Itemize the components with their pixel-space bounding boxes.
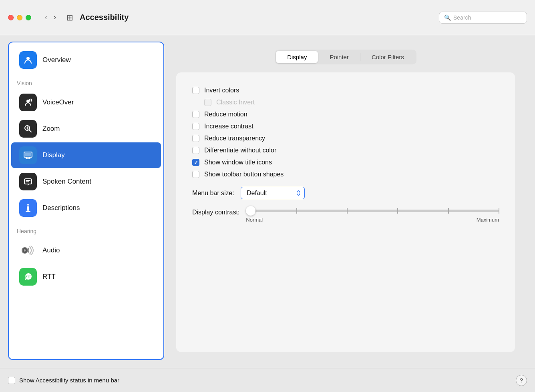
menu-bar-select-wrapper: Default Small Medium Large ⇕ bbox=[241, 187, 305, 199]
sidebar-item-audio[interactable]: Audio bbox=[11, 238, 161, 263]
svg-rect-5 bbox=[22, 123, 34, 134]
help-button[interactable]: ? bbox=[516, 375, 527, 386]
menu-bar-size-label: Menu bar size: bbox=[192, 190, 234, 197]
svg-rect-16 bbox=[25, 153, 31, 156]
tab-color-filters[interactable]: Color Filters bbox=[360, 51, 415, 63]
show-window-icons-label: Show window title icons bbox=[204, 159, 272, 166]
zoom-label: Zoom bbox=[42, 125, 60, 133]
svg-point-25 bbox=[24, 249, 26, 252]
overview-label: Overview bbox=[42, 56, 71, 64]
menu-bar-size-row: Menu bar size: Default Small Medium Larg… bbox=[192, 180, 499, 202]
spoken-label: Spoken Content bbox=[42, 178, 91, 186]
audio-icon bbox=[19, 242, 37, 259]
slider-tick-1 bbox=[296, 208, 297, 214]
reduce-motion-label: Reduce motion bbox=[204, 111, 247, 118]
checkmark-icon: ✓ bbox=[194, 160, 198, 166]
rtt-label: RTT bbox=[42, 273, 56, 281]
page-title: Accessibility bbox=[80, 13, 432, 22]
main-content: Overview Vision VoiceOver bbox=[0, 35, 535, 368]
sidebar: Overview Vision VoiceOver bbox=[8, 42, 164, 360]
show-toolbar-checkbox[interactable] bbox=[192, 171, 199, 178]
svg-rect-22 bbox=[26, 211, 30, 212]
search-input[interactable] bbox=[453, 14, 517, 21]
sidebar-item-descriptions[interactable]: Descriptions bbox=[11, 195, 161, 221]
tab-bar: Display Pointer Color Filters bbox=[275, 50, 416, 64]
section-hearing: Hearing bbox=[9, 222, 163, 237]
close-button[interactable] bbox=[8, 15, 14, 20]
invert-colors-label: Invert colors bbox=[204, 87, 239, 94]
show-window-icons-row: ✓ Show window title icons bbox=[192, 156, 499, 168]
slider-normal-label: Normal bbox=[246, 217, 263, 223]
voiceover-label: VoiceOver bbox=[42, 98, 74, 106]
titlebar: ‹ › ⊞ Accessibility 🔍 bbox=[0, 0, 535, 35]
descriptions-icon bbox=[19, 199, 37, 217]
spoken-icon bbox=[19, 173, 37, 190]
sidebar-item-rtt[interactable]: RTT RTT bbox=[11, 264, 161, 290]
reduce-transparency-row: Reduce transparency bbox=[192, 132, 499, 144]
slider-maximum-label: Maximum bbox=[477, 217, 499, 223]
invert-colors-checkbox[interactable] bbox=[192, 87, 199, 94]
menu-bar-select[interactable]: Default Small Medium Large bbox=[241, 187, 305, 199]
section-vision: Vision bbox=[9, 74, 163, 89]
differentiate-row: Differentiate without color bbox=[192, 144, 499, 156]
display-contrast-row: Display contrast: Normal Maximum bbox=[192, 202, 499, 227]
slider-container: Normal Maximum bbox=[246, 206, 499, 223]
audio-label: Audio bbox=[42, 246, 60, 254]
fullscreen-button[interactable] bbox=[26, 15, 31, 20]
slider-labels: Normal Maximum bbox=[246, 217, 499, 223]
invert-colors-row: Invert colors bbox=[192, 84, 499, 96]
classic-invert-checkbox bbox=[204, 99, 211, 106]
slider-track[interactable] bbox=[246, 210, 499, 212]
zoom-icon bbox=[19, 120, 37, 138]
display-contrast-label: Display contrast: bbox=[192, 206, 239, 216]
reduce-transparency-checkbox[interactable] bbox=[192, 135, 199, 142]
reduce-motion-row: Reduce motion bbox=[192, 108, 499, 120]
rtt-icon: RTT bbox=[19, 268, 37, 286]
show-toolbar-row: Show toolbar button shapes bbox=[192, 168, 499, 180]
show-accessibility-checkbox[interactable] bbox=[8, 377, 15, 384]
slider-tick-4 bbox=[448, 208, 449, 214]
classic-invert-label: Classic Invert bbox=[216, 99, 255, 106]
settings-panel: Invert colors Classic Invert Reduce moti… bbox=[176, 72, 515, 352]
increase-contrast-row: Increase contrast bbox=[192, 120, 499, 132]
sidebar-item-voiceover[interactable]: VoiceOver bbox=[11, 90, 161, 115]
back-button[interactable]: ‹ bbox=[42, 12, 50, 22]
voiceover-icon bbox=[19, 94, 37, 111]
svg-text:RTT: RTT bbox=[25, 275, 31, 278]
search-icon: 🔍 bbox=[444, 14, 451, 21]
differentiate-checkbox[interactable] bbox=[192, 147, 199, 154]
reduce-transparency-label: Reduce transparency bbox=[204, 135, 265, 142]
slider-tick-2 bbox=[347, 208, 348, 214]
slider-tick-5 bbox=[499, 208, 499, 214]
minimize-button[interactable] bbox=[17, 15, 22, 20]
slider-thumb[interactable] bbox=[246, 206, 255, 216]
forward-button[interactable]: › bbox=[51, 12, 58, 22]
differentiate-label: Differentiate without color bbox=[204, 147, 276, 154]
bottom-checkbox-row: Show Accessibility status in menu bar bbox=[8, 377, 119, 384]
display-icon bbox=[19, 146, 37, 164]
classic-invert-row: Classic Invert bbox=[192, 96, 499, 108]
overview-icon bbox=[19, 51, 37, 69]
show-toolbar-label: Show toolbar button shapes bbox=[204, 171, 284, 178]
right-panel: Display Pointer Color Filters Invert col… bbox=[164, 42, 527, 360]
reduce-motion-checkbox[interactable] bbox=[192, 111, 199, 118]
tab-pointer[interactable]: Pointer bbox=[318, 51, 360, 63]
nav-buttons: ‹ › bbox=[42, 12, 58, 22]
bottom-bar: Show Accessibility status in menu bar ? bbox=[0, 368, 535, 392]
sidebar-item-display[interactable]: Display bbox=[11, 142, 161, 168]
increase-contrast-label: Increase contrast bbox=[204, 123, 253, 130]
slider-tick-3 bbox=[397, 208, 398, 214]
sidebar-item-spoken[interactable]: Spoken Content bbox=[11, 169, 161, 194]
svg-point-1 bbox=[26, 57, 30, 60]
display-label: Display bbox=[42, 151, 65, 159]
show-window-icons-checkbox[interactable]: ✓ bbox=[192, 159, 199, 166]
increase-contrast-checkbox[interactable] bbox=[192, 123, 199, 130]
traffic-lights bbox=[8, 15, 31, 20]
sidebar-item-overview[interactable]: Overview bbox=[11, 47, 161, 73]
tab-display[interactable]: Display bbox=[276, 51, 318, 63]
search-bar: 🔍 bbox=[439, 12, 527, 24]
show-accessibility-label: Show Accessibility status in menu bar bbox=[19, 377, 119, 384]
descriptions-label: Descriptions bbox=[42, 204, 80, 212]
grid-icon[interactable]: ⊞ bbox=[66, 13, 73, 22]
sidebar-item-zoom[interactable]: Zoom bbox=[11, 116, 161, 142]
